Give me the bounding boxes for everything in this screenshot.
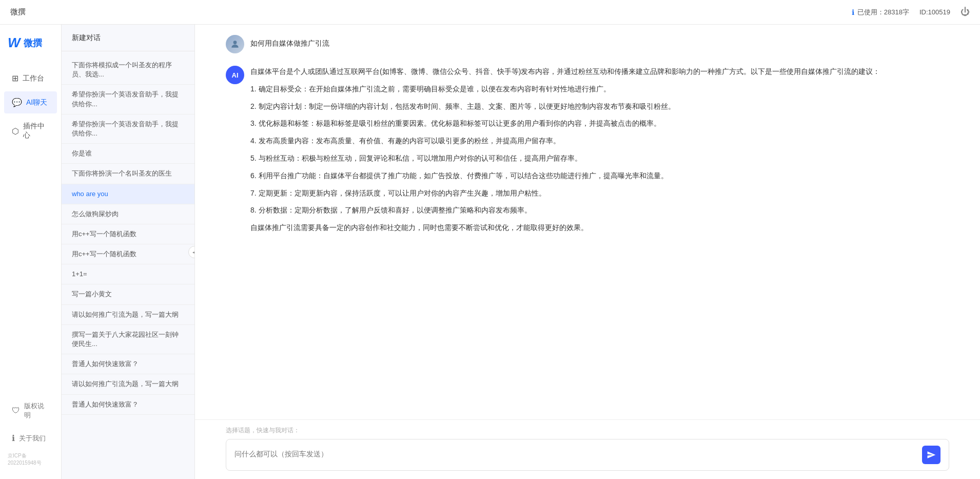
sidebar-item-about[interactable]: ℹ 关于我们 [4, 427, 57, 449]
id-label: ID:100519 [919, 8, 950, 16]
topbar: 微撰 ℹ 已使用：28318字 ID:100519 ⏻ [0, 0, 980, 25]
icp-text: 京ICP备2022015948号 [0, 450, 61, 469]
chat-history-item[interactable]: 下面你将扮演一个名叫圣友的医生 [62, 164, 194, 184]
send-button[interactable] [922, 446, 940, 464]
chat-history-item[interactable]: 下面你将模拟成一个叫圣友的程序员、我选... [62, 55, 194, 85]
new-chat-button[interactable]: 新建对话 [72, 33, 101, 42]
topbar-right: ℹ 已使用：28318字 ID:100519 ⏻ [852, 7, 970, 17]
chat-history-item[interactable]: 1+1= [62, 264, 194, 284]
chat-history-item[interactable]: 请以如何推广引流为题，写一篇大纲 [62, 374, 194, 394]
nav-bottom: 🛡 版权说明 ℹ 关于我们 京ICP备2022015948号 [0, 394, 61, 469]
sidebar-item-label: 关于我们 [19, 434, 46, 443]
ai-response-point-2: 2. 制定内容计划：制定一份详细的内容计划，包括发布时间、频率、主题、文案、图片… [250, 101, 949, 113]
sidebar-item-plugin-center[interactable]: ⬡ 插件中心 [4, 116, 57, 146]
chat-history-list: 下面你将模拟成一个叫圣友的程序员、我选...希望你扮演一个英语发音助手，我提供给… [62, 51, 194, 479]
chat-history-item[interactable]: 普通人如何快速致富？ [62, 354, 194, 374]
chat-history-item[interactable]: 你是谁 [62, 144, 194, 164]
user-message-text: 如何用自媒体做推广引流 [250, 35, 329, 48]
chat-history-item[interactable]: 希望你扮演一个英语发音助手，我提供给你... [62, 85, 194, 114]
chat-messages: 如何用自媒体做推广引流 AI 自媒体平台是个人或团队通过互联网平台(如博客、微博… [195, 25, 980, 419]
ai-response-point-6: 6. 利用平台推广功能：自媒体平台都提供了推广功能，如广告投放、付费推广等，可以… [250, 170, 949, 182]
ai-response-point-3: 3. 优化标题和标签：标题和标签是吸引粉丝的重要因素。优化标题和标签可以让更多的… [250, 118, 949, 130]
ai-response-point-5: 5. 与粉丝互动：积极与粉丝互动，回复评论和私信，可以增加用户对你的认可和信任，… [250, 152, 949, 165]
user-message-row: 如何用自媒体做推广引流 [226, 35, 949, 53]
sidebar-item-ai-chat[interactable]: 💬 AI聊天 [4, 91, 57, 113]
svg-point-0 [233, 41, 237, 44]
input-box [226, 439, 949, 471]
ai-response-point-8: 8. 分析数据：定期分析数据，了解用户反馈和喜好，以便调整推广策略和内容发布频率… [250, 204, 949, 217]
ai-response-point-7: 7. 定期更新：定期更新内容，保持活跃度，可以让用户对你的内容产生兴趣，增加用户… [250, 187, 949, 200]
info-circle-icon: ℹ [12, 433, 15, 443]
topbar-title: 微撰 [10, 7, 26, 17]
power-icon[interactable]: ⏻ [961, 7, 970, 17]
chat-history-item[interactable]: 希望你扮演一个英语发音助手，我提供给你... [62, 114, 194, 144]
send-icon [927, 450, 936, 459]
grid-icon: ⊞ [12, 73, 18, 83]
chat-sidebar: 新建对话 下面你将模拟成一个叫圣友的程序员、我选...希望你扮演一个英语发音助手… [62, 25, 195, 479]
ai-response-conclusion: 自媒体推广引流需要具备一定的内容创作和社交能力，同时也需要不断尝试和优化，才能取… [250, 222, 949, 234]
shield-icon: 🛡 [12, 406, 20, 415]
chat-input[interactable] [234, 449, 917, 461]
user-avatar [226, 35, 244, 53]
chat-history-item[interactable]: 用c++写一个随机函数 [62, 244, 194, 264]
chat-history-item[interactable]: 请以如何推广引流为题，写一篇大纲 [62, 305, 194, 325]
sidebar-item-label: 版权说明 [24, 401, 49, 420]
ai-response-point-1: 1. 确定目标受众：在开始自媒体推广引流之前，需要明确目标受众是谁，以便在发布内… [250, 83, 949, 95]
chat-history-item[interactable]: 普通人如何快速致富？ [62, 395, 194, 415]
chat-history-item[interactable]: 写一篇小黄文 [62, 284, 194, 304]
main-layout: W 微撰 ⊞ 工作台 💬 AI聊天 ⬡ 插件中心 🛡 版权说明 ℹ 关于我们 京… [0, 25, 980, 479]
chat-main: 如何用自媒体做推广引流 AI 自媒体平台是个人或团队通过互联网平台(如博客、微博… [195, 25, 980, 479]
sidebar-item-workbench[interactable]: ⊞ 工作台 [4, 67, 57, 89]
chat-icon: 💬 [12, 98, 22, 107]
sidebar-item-label: AI聊天 [26, 98, 47, 107]
sidebar-item-copyright[interactable]: 🛡 版权说明 [4, 395, 57, 426]
logo-text: 微撰 [24, 37, 42, 49]
chat-history-item[interactable]: 撰写一篇关于八大家花园社区一刻钟便民生... [62, 325, 194, 354]
ai-avatar: AI [226, 66, 244, 84]
chat-history-item[interactable]: 怎么做狗屎炒肉 [62, 204, 194, 224]
usage-label: 已使用：28318字 [857, 8, 909, 17]
chat-sidebar-header: 新建对话 [62, 25, 194, 51]
info-icon: ℹ [852, 8, 854, 16]
nav-sidebar: W 微撰 ⊞ 工作台 💬 AI聊天 ⬡ 插件中心 🛡 版权说明 ℹ 关于我们 京… [0, 25, 62, 479]
ai-response-point-4: 4. 发布高质量内容：发布高质量、有价值、有趣的内容可以吸引更多的粉丝，并提高用… [250, 135, 949, 147]
usage-section: ℹ 已使用：28318字 [852, 8, 909, 17]
chat-history-item[interactable]: who are you [62, 184, 194, 204]
quick-topics-label: 选择话题，快速与我对话： [226, 426, 949, 435]
sidebar-item-label: 工作台 [23, 74, 44, 83]
logo-w: W [8, 35, 21, 51]
sidebar-item-label: 插件中心 [23, 122, 49, 140]
nav-logo: W 微撰 [0, 35, 61, 66]
chat-history-item[interactable]: 用c++写一个随机函数 [62, 224, 194, 244]
plugin-icon: ⬡ [12, 126, 19, 136]
ai-message-row: AI 自媒体平台是个人或团队通过互联网平台(如博客、微博、微信公众号、抖音、快手… [226, 66, 949, 239]
ai-message-content: 自媒体平台是个人或团队通过互联网平台(如博客、微博、微信公众号、抖音、快手等)发… [250, 66, 949, 239]
chat-input-area: 选择话题，快速与我对话： [195, 419, 980, 479]
user-avatar-icon [230, 39, 240, 49]
ai-response-intro: 自媒体平台是个人或团队通过互联网平台(如博客、微博、微信公众号、抖音、快手等)发… [250, 66, 949, 78]
